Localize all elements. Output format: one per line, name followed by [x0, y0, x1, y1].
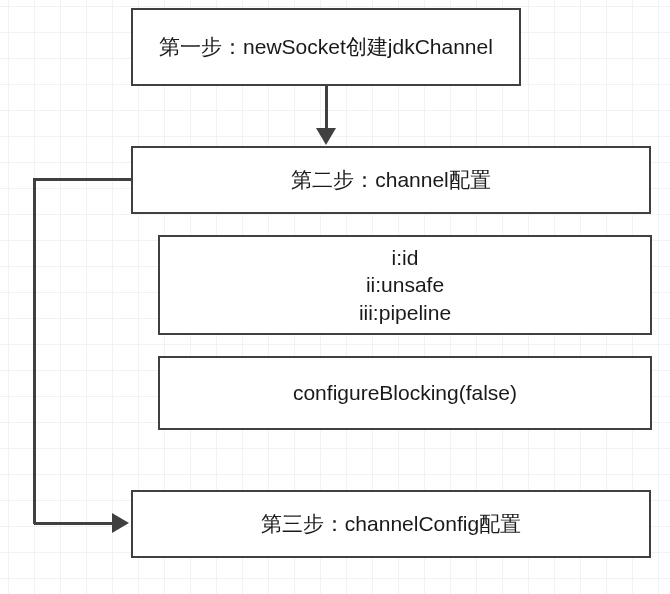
- step2-label: 第二步：channel配置: [291, 166, 491, 193]
- step3-box: 第三步：channelConfig配置: [131, 490, 651, 558]
- detail-label: i:id ii:unsafe iii:pipeline: [359, 244, 451, 326]
- arrow-step1-to-step2-head: [316, 128, 336, 145]
- arrow-step1-to-step2: [325, 86, 328, 129]
- step1-label: 第一步：newSocket创建jdkChannel: [159, 33, 493, 60]
- connector-left-vertical: [33, 178, 36, 524]
- config-label: configureBlocking(false): [293, 379, 517, 406]
- step1-box: 第一步：newSocket创建jdkChannel: [131, 8, 521, 86]
- connector-step2-left: [34, 178, 131, 181]
- detail-box: i:id ii:unsafe iii:pipeline: [158, 235, 652, 335]
- step2-box: 第二步：channel配置: [131, 146, 651, 214]
- connector-step3-left: [34, 522, 112, 525]
- diagram-stage: 第一步：newSocket创建jdkChannel 第二步：channel配置 …: [0, 0, 670, 594]
- step3-label: 第三步：channelConfig配置: [261, 510, 521, 537]
- config-box: configureBlocking(false): [158, 356, 652, 430]
- arrow-into-step3-head: [112, 513, 129, 533]
